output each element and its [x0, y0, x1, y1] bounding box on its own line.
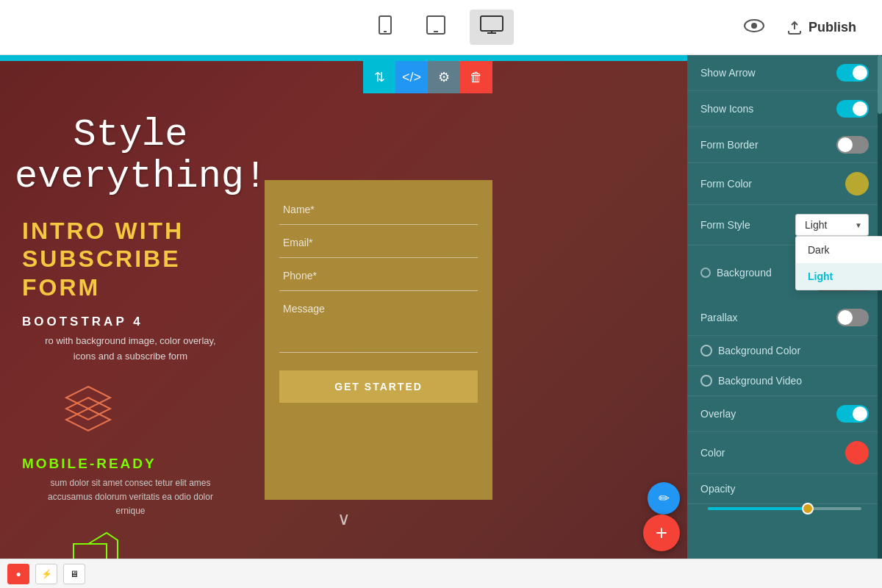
- hero-mobile-label: MOBILE-READY: [15, 456, 246, 472]
- publish-label: Publish: [808, 20, 856, 35]
- form-style-select[interactable]: Light: [795, 214, 869, 236]
- upload-icon: [786, 19, 803, 35]
- hero-framework: BOOTSTRAP 4: [15, 315, 246, 329]
- slider-knob[interactable]: [802, 503, 814, 514]
- show-arrow-label: Show Arrow: [700, 67, 756, 79]
- section-top-bar: [0, 55, 687, 61]
- canvas-area: ⇅ </> ⚙ 🗑 Style everything! INTRO WITH S…: [0, 55, 687, 559]
- bottom-btn-2[interactable]: ⚡: [35, 564, 57, 584]
- parallax-row: Parallax: [687, 300, 882, 336]
- bg-video-radio[interactable]: [700, 375, 712, 387]
- box-icon-area: [15, 529, 246, 559]
- get-started-button[interactable]: GET STARTED: [279, 370, 478, 403]
- hero-lorem: sum dolor sit amet consec tetur elit ame…: [15, 476, 246, 519]
- dark-option[interactable]: Dark: [796, 237, 882, 263]
- background-radio: [700, 268, 711, 278]
- desktop-device-btn[interactable]: [470, 10, 514, 45]
- opacity-label: Opacity: [700, 483, 735, 495]
- show-icons-row: Show Icons: [687, 91, 882, 127]
- stack-icon: [59, 379, 118, 438]
- top-toolbar: Publish: [0, 0, 882, 55]
- stack-icons-area: [15, 379, 246, 441]
- show-arrow-toggle[interactable]: [836, 64, 869, 82]
- preview-btn[interactable]: [744, 18, 764, 37]
- bg-video-label: Background Video: [718, 375, 802, 387]
- subscribe-form: Name* Email* Phone* Message GET STARTED: [265, 180, 492, 500]
- background-label-area: Background: [700, 267, 772, 279]
- hero-content: Style everything!: [0, 99, 261, 212]
- show-arrow-row: Show Arrow: [687, 55, 882, 91]
- delete-action-btn[interactable]: 🗑: [460, 61, 492, 93]
- svg-rect-12: [74, 544, 107, 559]
- edit-icon: ✏: [659, 490, 670, 506]
- email-field[interactable]: Email*: [279, 228, 478, 258]
- overlay-color-swatch[interactable]: [845, 441, 869, 465]
- form-style-select-wrapper: Light Dark Light: [795, 214, 869, 236]
- bottom-btn-3[interactable]: 🖥: [63, 564, 85, 584]
- opacity-slider-row: [687, 504, 882, 522]
- phone-field[interactable]: Phone*: [279, 261, 478, 291]
- parallax-toggle[interactable]: [836, 309, 869, 326]
- color-label: Color: [700, 447, 725, 459]
- slider-fill: [708, 507, 808, 510]
- toggle-knob-2: [853, 101, 867, 116]
- toggle-knob-5: [853, 406, 867, 421]
- bg-color-label: Background Color: [718, 345, 800, 356]
- light-option[interactable]: Light: [796, 263, 882, 290]
- toggle-knob: [853, 65, 867, 80]
- hero-description: ro with background image, color overlay,…: [15, 334, 246, 365]
- panel-scroll-thumb: [878, 55, 882, 114]
- toolbar-right: Publish: [744, 12, 867, 43]
- fab-edit-button[interactable]: ✏: [648, 482, 680, 514]
- form-border-row: Form Border: [687, 127, 882, 163]
- sort-action-btn[interactable]: ⇅: [363, 61, 395, 93]
- hero-subtitle-line2: SUBSCRIBE FORM: [22, 245, 246, 301]
- publish-button[interactable]: Publish: [775, 12, 867, 43]
- code-action-btn[interactable]: </>: [395, 61, 428, 93]
- message-field[interactable]: Message: [279, 294, 478, 353]
- device-switcher: [368, 10, 514, 45]
- panel-scrollbar[interactable]: [878, 55, 882, 559]
- form-style-label: Form Style: [700, 219, 750, 231]
- box-icon: [66, 529, 125, 559]
- parallax-label: Parallax: [700, 312, 738, 323]
- bg-color-label-area: Background Color: [700, 345, 800, 356]
- section-actions: ⇅ </> ⚙ 🗑: [363, 61, 492, 93]
- form-style-dropdown: Dark Light: [795, 236, 882, 290]
- main-area: ⇅ </> ⚙ 🗑 Style everything! INTRO WITH S…: [0, 55, 882, 559]
- bottom-btn-1[interactable]: ●: [7, 564, 29, 584]
- opacity-row: Opacity: [687, 474, 882, 504]
- toggle-knob-3: [838, 137, 853, 152]
- form-border-label: Form Border: [700, 139, 759, 151]
- settings-action-btn[interactable]: ⚙: [428, 61, 460, 93]
- hero-left-block: INTRO WITH SUBSCRIBE FORM BOOTSTRAP 4 ro…: [0, 217, 261, 559]
- bg-color-row: Background Color: [687, 336, 882, 366]
- background-label: Background: [717, 267, 772, 279]
- hero-title: Style everything!: [15, 114, 246, 198]
- add-icon: +: [656, 521, 667, 545]
- down-arrow[interactable]: ∨: [337, 509, 351, 529]
- name-field[interactable]: Name*: [279, 195, 478, 225]
- fab-add-button[interactable]: +: [643, 514, 680, 551]
- show-icons-toggle[interactable]: [836, 100, 869, 118]
- show-icons-label: Show Icons: [700, 103, 753, 115]
- mobile-device-btn[interactable]: [368, 10, 402, 45]
- overlay-label: Overlay: [700, 408, 736, 420]
- svg-rect-4: [481, 16, 503, 31]
- hero-subtitle: INTRO WITH SUBSCRIBE FORM: [15, 217, 246, 301]
- form-style-row: Form Style Light Dark Light: [687, 205, 882, 245]
- form-color-swatch[interactable]: [845, 172, 869, 196]
- bg-video-label-area: Background Video: [700, 375, 802, 387]
- bg-video-row: Background Video: [687, 366, 882, 396]
- form-color-row: Form Color: [687, 163, 882, 205]
- right-panel: Show Arrow Show Icons Form Border Form C…: [687, 55, 882, 559]
- svg-point-8: [751, 23, 757, 29]
- tablet-device-btn[interactable]: [417, 10, 455, 45]
- bottom-toolbar: ● ⚡ 🖥: [0, 559, 882, 588]
- opacity-slider[interactable]: [708, 507, 861, 510]
- form-border-toggle[interactable]: [836, 136, 869, 154]
- toggle-knob-4: [838, 310, 853, 325]
- hero-subtitle-line1: INTRO WITH: [22, 217, 246, 245]
- overlay-toggle[interactable]: [836, 405, 869, 423]
- bg-color-radio[interactable]: [700, 345, 712, 356]
